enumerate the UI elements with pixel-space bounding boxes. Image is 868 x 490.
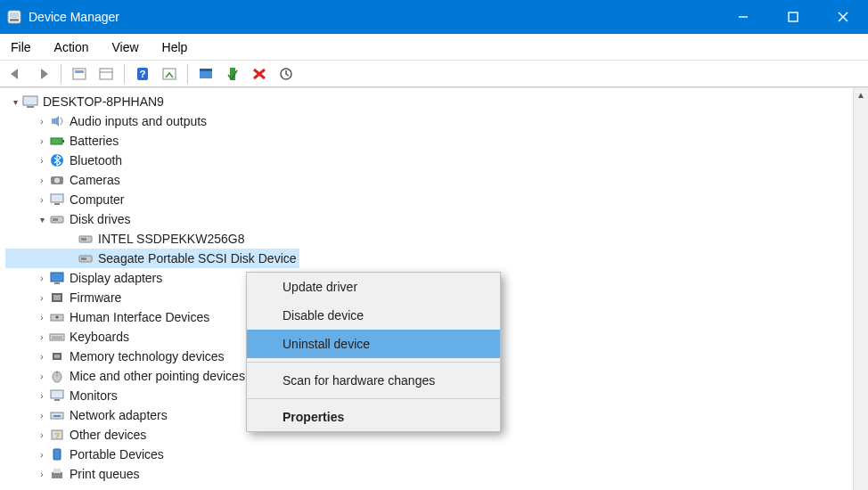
menu-file[interactable]: File [7,37,35,58]
expand-icon[interactable]: › [36,176,48,185]
titlebar: Device Manager [0,0,868,34]
svg-rect-21 [27,106,34,108]
tree-item-batteries[interactable]: › Batteries [5,131,868,151]
tree-item-portable[interactable]: › Portable Devices [5,445,868,464]
tree-item-audio[interactable]: › Audio inputs and outputs [5,111,868,131]
expand-icon[interactable]: › [36,391,48,401]
menu-view[interactable]: View [108,37,142,58]
disk-icon [77,232,94,246]
ctx-properties[interactable]: Properties [247,403,500,431]
tree-item-disk-seagate[interactable]: Seagate Portable SCSI Disk Device [5,249,299,268]
uninstall-device-button[interactable] [249,63,270,85]
tree-item-diskdrives[interactable]: ▾ Disk drives [5,209,868,229]
svg-rect-23 [62,140,64,143]
vertical-scrollbar[interactable]: ▲ [853,88,868,490]
expand-icon[interactable]: › [36,136,48,146]
ctx-disable-device[interactable]: Disable device [247,301,500,330]
tree-label: Memory technology devices [70,349,225,363]
svg-text:?: ? [54,431,59,440]
svg-point-40 [56,316,59,319]
toolbar: ? [0,61,868,87]
svg-rect-8 [75,70,84,73]
close-button[interactable] [818,0,868,34]
tree-label: Bluetooth [70,153,122,167]
tree-label: Human Interface Devices [70,310,209,324]
svg-rect-9 [100,69,112,79]
expand-icon[interactable]: › [36,156,48,166]
audio-icon [48,114,66,128]
expand-icon[interactable]: › [36,332,48,342]
tree-label: Monitors [70,388,118,403]
ctx-separator [247,398,500,399]
enable-device-button[interactable] [222,63,243,85]
maximize-button[interactable] [768,0,818,34]
svg-rect-2 [10,19,19,21]
tree-item-cameras[interactable]: › Cameras [5,170,868,190]
tree-item-disk-intel[interactable]: INTEL SSDPEKKW256G8 [5,229,868,249]
help-button[interactable]: ? [132,63,153,85]
expand-icon[interactable]: › [36,411,48,421]
tree-root[interactable]: ▾ DESKTOP-8PHHAN9 [5,92,868,111]
tree-label: Portable Devices [70,447,164,461]
portable-icon [48,447,66,461]
expand-icon[interactable]: › [36,470,48,479]
svg-text:?: ? [140,69,146,79]
svg-rect-7 [73,69,86,79]
expand-icon[interactable]: › [36,430,48,440]
menu-action[interactable]: Action [51,37,93,58]
tree-label: INTEL SSDPEKKW256G8 [98,232,244,246]
svg-rect-49 [54,399,60,401]
tree-label: Disk drives [70,212,130,226]
context-menu: Update driver Disable device Uninstall d… [246,272,501,432]
tree-label: Computer [70,192,124,207]
svg-rect-15 [200,69,212,71]
svg-rect-22 [51,138,62,144]
disk-icon [48,212,66,226]
back-button[interactable] [5,63,27,85]
svg-rect-45 [54,355,60,358]
expand-icon[interactable]: › [36,313,48,323]
svg-rect-36 [54,282,60,284]
tree-item-computer[interactable]: › Computer [5,190,868,209]
svg-rect-51 [53,415,61,417]
ctx-scan-hardware[interactable]: Scan for hardware changes [247,366,500,395]
scroll-up-icon[interactable]: ▲ [856,90,865,100]
tree-label: Seagate Portable SCSI Disk Device [98,251,297,265]
expand-icon[interactable]: ▾ [36,215,48,225]
svg-rect-28 [54,203,60,205]
tree-item-printq[interactable]: › Print queues [5,464,868,484]
expand-icon[interactable]: › [36,293,48,303]
chip-icon [48,349,66,363]
ctx-separator [247,362,500,363]
ctx-uninstall-device[interactable]: Uninstall device [247,330,500,358]
keyboard-icon [48,330,66,344]
expand-icon[interactable]: ▾ [9,97,21,107]
tree-item-bluetooth[interactable]: › Bluetooth [5,151,868,170]
menu-help[interactable]: Help [159,37,192,58]
minimize-button[interactable] [718,0,768,34]
monitor-icon [48,192,66,207]
battery-icon [48,134,66,148]
expand-icon[interactable]: › [36,352,48,362]
svg-rect-48 [51,390,63,398]
ctx-update-driver[interactable]: Update driver [247,273,500,301]
svg-rect-38 [53,295,61,300]
update-driver-button[interactable] [195,63,217,85]
computer-icon [21,94,39,109]
expand-icon[interactable]: › [36,372,48,381]
menubar: File Action View Help [0,34,868,61]
device-tree[interactable]: ▾ DESKTOP-8PHHAN9 › Audio inputs and out… [0,88,868,490]
expand-icon[interactable]: › [36,450,48,460]
show-hidden-button[interactable] [69,63,90,85]
expand-icon[interactable]: › [36,117,48,127]
properties-button[interactable] [159,63,180,85]
action-icon-button[interactable] [95,63,117,85]
svg-rect-14 [200,70,212,78]
camera-icon [48,173,66,187]
svg-rect-54 [53,449,61,460]
expand-icon[interactable]: › [36,195,48,205]
expand-icon[interactable]: › [36,274,48,283]
svg-rect-34 [81,257,86,260]
forward-button[interactable] [32,63,53,85]
scan-hardware-button[interactable] [275,63,297,85]
